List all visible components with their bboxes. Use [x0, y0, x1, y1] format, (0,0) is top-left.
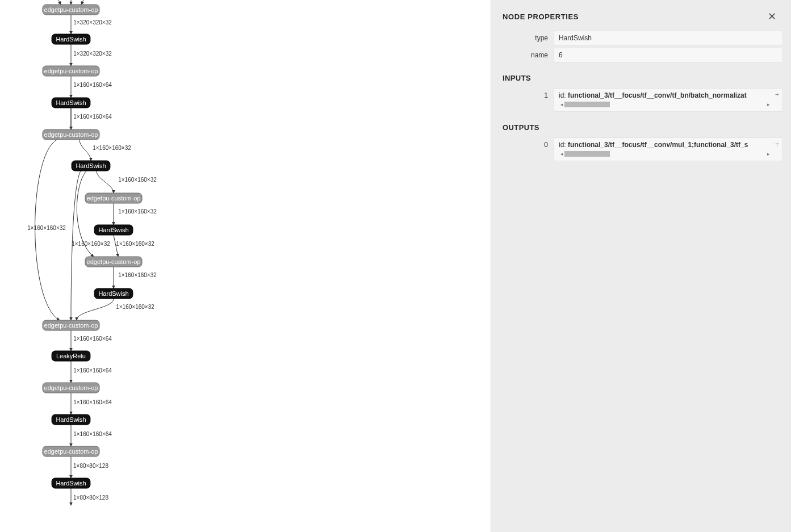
close-icon[interactable]: ✕: [764, 10, 780, 23]
output-index-0: 0: [503, 137, 554, 161]
scroll-right-icon[interactable]: ▸: [765, 102, 771, 107]
output-id-value: functional_3/tf__focus/tf__conv/mul_1;fu…: [568, 141, 748, 149]
node-label: HardSwish: [56, 416, 86, 423]
output-box-0[interactable]: id: functional_3/tf__focus/tf__conv/mul_…: [554, 137, 783, 161]
graph-node-hardswish[interactable]: HardSwish: [52, 34, 90, 44]
edge-label: 1×160×160×32: [116, 241, 154, 247]
node-label: edgetpu-custom-op: [44, 384, 98, 391]
graph-node-edgetpu-custom-op[interactable]: edgetpu-custom-op: [43, 66, 99, 76]
scroll-left-icon[interactable]: ◂: [559, 102, 564, 107]
graph-edge: [77, 299, 114, 320]
graph-node-leakyrelu[interactable]: LeakyRelu: [52, 351, 90, 361]
input-index-0: 1: [503, 88, 554, 112]
graph-node-edgetpu-custom-op[interactable]: edgetpu-custom-op: [43, 5, 99, 15]
edge-label: 1×320×320×32: [73, 51, 112, 57]
property-label-name: name: [503, 48, 554, 62]
graph-node-hardswish[interactable]: HardSwish: [52, 98, 90, 108]
graph-node-hardswish[interactable]: HardSwish: [94, 288, 133, 299]
output-id-prefix: id:: [559, 141, 566, 149]
graph-node-hardswish[interactable]: HardSwish: [52, 478, 90, 488]
scroll-thumb[interactable]: [564, 151, 610, 157]
node-label: edgetpu-custom-op: [87, 258, 141, 265]
graph-edge: [79, 140, 91, 161]
property-value-type: HardSwish: [554, 31, 783, 45]
node-label: edgetpu-custom-op: [44, 6, 98, 13]
edge-label: 1×160×160×64: [73, 336, 112, 342]
edge-label: 1×160×160×32: [116, 304, 154, 310]
expand-icon[interactable]: +: [775, 140, 779, 148]
edge-label: 1×160×160×64: [73, 367, 112, 374]
property-label-type: type: [503, 31, 554, 45]
input-scrollbar[interactable]: ◂ ▸: [559, 100, 771, 108]
node-label: edgetpu-custom-op: [44, 448, 98, 455]
node-label: HardSwish: [56, 36, 86, 43]
node-label: edgetpu-custom-op: [87, 195, 141, 202]
scroll-thumb[interactable]: [564, 102, 610, 107]
node-properties-panel: NODE PROPERTIES ✕ type HardSwish name 6 …: [491, 0, 791, 532]
edge-label: 1×80×80×128: [73, 495, 108, 501]
edge-label: 1×160×160×64: [73, 399, 112, 405]
node-label: HardSwish: [76, 162, 106, 169]
edge-label: 1×160×160×32: [72, 241, 110, 247]
edge-label: 1×160×160×64: [73, 82, 112, 88]
graph-node-hardswish[interactable]: HardSwish: [72, 161, 110, 171]
output-scrollbar[interactable]: ◂ ▸: [559, 150, 771, 158]
edge-label: 1×160×160×32: [93, 145, 131, 151]
graph-node-edgetpu-custom-op[interactable]: edgetpu-custom-op: [85, 193, 142, 203]
node-label: edgetpu-custom-op: [44, 322, 98, 329]
edge-label: 1×160×160×32: [27, 225, 66, 231]
panel-title: NODE PROPERTIES: [503, 12, 579, 21]
edge-label: 1×160×160×32: [118, 272, 157, 278]
graph-node-edgetpu-custom-op[interactable]: edgetpu-custom-op: [43, 129, 99, 140]
section-title-inputs: INPUTS: [491, 65, 791, 86]
node-label: HardSwish: [56, 99, 86, 106]
node-label: HardSwish: [98, 227, 128, 233]
graph-node-edgetpu-custom-op[interactable]: edgetpu-custom-op: [85, 257, 142, 267]
graph-edge: [81, 0, 85, 5]
edge-label: 1×160×160×32: [118, 208, 157, 215]
input-id-prefix: id:: [559, 91, 566, 99]
graph-node-hardswish[interactable]: HardSwish: [52, 414, 90, 425]
graph-edge: [57, 0, 61, 5]
graph-node-edgetpu-custom-op[interactable]: edgetpu-custom-op: [43, 320, 99, 330]
node-label: edgetpu-custom-op: [44, 68, 98, 74]
edge-label: 1×80×80×128: [73, 463, 108, 469]
graph-node-edgetpu-custom-op[interactable]: edgetpu-custom-op: [43, 446, 99, 456]
edge-label: 1×320×320×32: [73, 19, 112, 26]
edge-label: 1×160×160×64: [73, 431, 112, 437]
graph-node-edgetpu-custom-op[interactable]: edgetpu-custom-op: [43, 383, 99, 393]
input-id-value: functional_3/tf__focus/tf__conv/tf_bn/ba…: [568, 91, 747, 99]
graph-node-hardswish[interactable]: HardSwish: [94, 225, 133, 235]
input-box-0[interactable]: id: functional_3/tf__focus/tf__conv/tf_b…: [554, 88, 783, 112]
property-value-name: 6: [554, 48, 783, 62]
scroll-right-icon[interactable]: ▸: [765, 151, 771, 157]
node-label: LeakyRelu: [56, 353, 86, 359]
edge-label: 1×160×160×64: [73, 114, 112, 120]
graph-edge: [97, 171, 114, 193]
expand-icon[interactable]: +: [775, 91, 779, 99]
section-title-outputs: OUTPUTS: [491, 114, 791, 135]
scroll-left-icon[interactable]: ◂: [559, 151, 564, 157]
node-label: HardSwish: [98, 290, 128, 297]
node-label: edgetpu-custom-op: [44, 131, 98, 138]
graph-canvas[interactable]: 1×320×320×321×320×320×321×160×160×641×16…: [0, 0, 491, 532]
edge-label: 1×160×160×32: [118, 177, 157, 183]
node-label: HardSwish: [56, 480, 86, 487]
